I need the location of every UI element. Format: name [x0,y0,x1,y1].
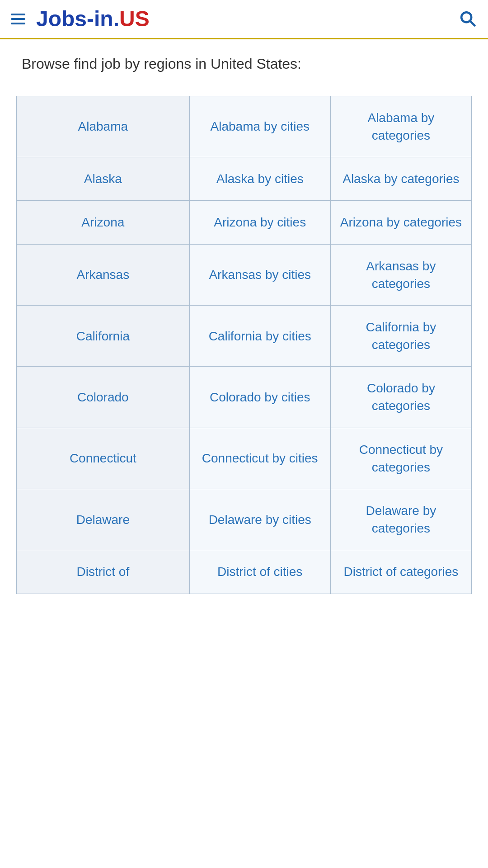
state-name-link[interactable]: Alaska [84,172,122,186]
state-name-cell: District of [17,550,190,594]
logo-jobs-in: Jobs-in. [36,7,119,31]
state-by-categories-cell: Alabama by categories [330,96,471,157]
state-name-link[interactable]: Alabama [78,119,128,133]
state-by-cities-link[interactable]: Colorado by cities [210,390,310,404]
state-name-link[interactable]: Colorado [77,390,129,404]
site-logo[interactable]: Jobs-in.US [36,8,150,30]
state-by-cities-link[interactable]: Connecticut by cities [202,451,318,465]
state-name-link[interactable]: Delaware [76,513,130,527]
state-by-categories-link[interactable]: California by categories [366,320,436,352]
state-by-categories-cell: Colorado by categories [330,367,471,428]
state-by-categories-link[interactable]: Connecticut by categories [359,443,443,474]
state-by-categories-cell: Arkansas by categories [330,244,471,305]
state-by-cities-cell: Alabama by cities [189,96,330,157]
state-name-cell: Delaware [17,489,190,550]
state-by-categories-link[interactable]: District of categories [344,565,459,579]
state-by-cities-link[interactable]: Delaware by cities [209,513,311,527]
state-name-link[interactable]: Connecticut [70,451,136,465]
states-table-wrapper: AlabamaAlabama by citiesAlabama by categ… [0,96,488,612]
state-name-link[interactable]: California [76,329,130,343]
state-by-cities-cell: Arkansas by cities [189,244,330,305]
state-by-cities-cell: Connecticut by cities [189,428,330,489]
state-by-cities-cell: California by cities [189,305,330,366]
table-row: ArkansasArkansas by citiesArkansas by ca… [17,244,472,305]
logo-us: US [119,7,150,31]
state-by-cities-cell: Colorado by cities [189,367,330,428]
table-row: DelawareDelaware by citiesDelaware by ca… [17,489,472,550]
state-by-categories-cell: Arizona by categories [330,201,471,244]
state-name-cell: Arkansas [17,244,190,305]
state-by-cities-cell: Arizona by cities [189,201,330,244]
state-by-cities-cell: District of cities [189,550,330,594]
state-by-cities-link[interactable]: District of cities [217,565,302,579]
state-by-cities-link[interactable]: Alaska by cities [216,172,304,186]
state-by-categories-cell: District of categories [330,550,471,594]
state-by-categories-link[interactable]: Arkansas by categories [366,259,436,291]
page-description: Browse find job by regions in United Sta… [0,39,488,96]
state-name-link[interactable]: Arkansas [76,268,129,282]
state-name-link[interactable]: District of [76,565,129,579]
state-by-categories-cell: Delaware by categories [330,489,471,550]
states-table: AlabamaAlabama by citiesAlabama by categ… [16,96,472,594]
table-row: ConnecticutConnecticut by citiesConnecti… [17,428,472,489]
state-by-cities-cell: Delaware by cities [189,489,330,550]
state-by-cities-link[interactable]: Arizona by cities [214,215,306,229]
state-name-link[interactable]: Arizona [81,215,124,229]
state-name-cell: Alabama [17,96,190,157]
state-name-cell: Connecticut [17,428,190,489]
table-row: CaliforniaCalifornia by citiesCalifornia… [17,305,472,366]
state-by-categories-link[interactable]: Alabama by categories [367,111,434,142]
state-by-categories-cell: Alaska by categories [330,157,471,201]
state-by-cities-link[interactable]: Arkansas by cities [209,268,311,282]
state-by-categories-cell: California by categories [330,305,471,366]
state-name-cell: California [17,305,190,366]
state-name-cell: Alaska [17,157,190,201]
menu-button[interactable] [11,14,25,24]
state-by-categories-link[interactable]: Delaware by categories [366,504,436,535]
state-by-cities-link[interactable]: Alabama by cities [211,119,310,133]
state-by-categories-link[interactable]: Colorado by categories [367,381,435,413]
header-left: Jobs-in.US [11,8,150,30]
table-row: ArizonaArizona by citiesArizona by categ… [17,201,472,244]
search-button[interactable] [457,8,477,30]
state-name-cell: Colorado [17,367,190,428]
state-by-cities-link[interactable]: California by cities [209,329,311,343]
table-row: ColoradoColorado by citiesColorado by ca… [17,367,472,428]
state-name-cell: Arizona [17,201,190,244]
table-row: District ofDistrict of citiesDistrict of… [17,550,472,594]
state-by-categories-cell: Connecticut by categories [330,428,471,489]
state-by-cities-cell: Alaska by cities [189,157,330,201]
site-header: Jobs-in.US [0,0,488,39]
table-row: AlabamaAlabama by citiesAlabama by categ… [17,96,472,157]
state-by-categories-link[interactable]: Alaska by categories [343,172,459,186]
table-row: AlaskaAlaska by citiesAlaska by categori… [17,157,472,201]
state-by-categories-link[interactable]: Arizona by categories [340,215,462,229]
